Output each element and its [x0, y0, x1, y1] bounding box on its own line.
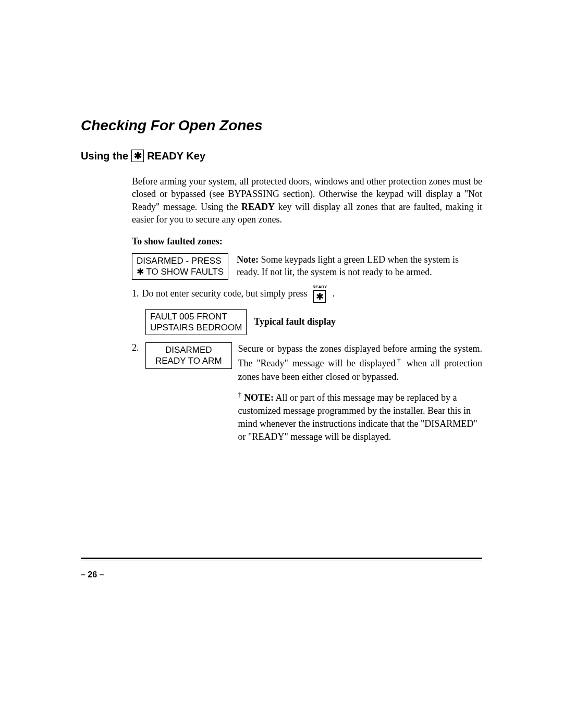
step-2: 2. DISARMED READY TO ARM Secure or bypas… [132, 342, 482, 450]
step1-num: 1. [132, 288, 139, 299]
dagger-icon: † [238, 391, 242, 399]
intro-paragraph: Before arming your system, all protected… [132, 175, 482, 226]
page-title: Checking For Open Zones [81, 117, 482, 134]
note2-body: All or part of this message may be repla… [238, 392, 478, 442]
footer-rule [81, 558, 482, 561]
step2-num: 2. [132, 342, 140, 353]
dagger-icon: † [396, 356, 402, 364]
keypad-display-ready: DISARMED READY TO ARM [145, 342, 232, 369]
subtitle-suffix: READY Key [147, 150, 205, 162]
keypad-display-fault: FAULT 005 FRONT UPSTAIRS BEDROOM [145, 309, 247, 336]
rule-thick [81, 558, 482, 559]
fault-display-row: FAULT 005 FRONT UPSTAIRS BEDROOM Typical… [145, 309, 482, 336]
key-label-ready: READY [312, 285, 327, 289]
step2-para1: Secure or bypass the zones displayed bef… [238, 342, 482, 384]
page-number: – 26 – [81, 570, 104, 579]
keypad-display-disarmed-press: DISARMED - PRESS ✱ TO SHOW FAULTS [132, 253, 228, 280]
display-line2: ✱ TO SHOW FAULTS [137, 266, 224, 277]
step2-right: Secure or bypass the zones displayed bef… [238, 342, 482, 450]
step1-text: Do not enter security code, but simply p… [142, 288, 308, 299]
step-1: 1. Do not enter security code, but simpl… [132, 285, 482, 303]
rule-thin [81, 561, 482, 561]
step2-note: † NOTE: All or part of this message may … [238, 390, 482, 444]
fault-line1: FAULT 005 FRONT [150, 311, 242, 322]
fault-caption: Typical fault display [254, 316, 336, 327]
fault-line2: UPSTAIRS BEDROOM [150, 322, 242, 333]
display-line1: DISARMED - PRESS [137, 255, 224, 266]
step2-left: 2. DISARMED READY TO ARM [132, 342, 232, 369]
section-subtitle: Using the ✱ READY Key [81, 150, 482, 162]
note-body: Some keypads light a green LED when the … [237, 254, 459, 277]
step1-period: . [332, 288, 335, 299]
subtitle-prefix: Using the [81, 150, 128, 162]
disarmed-line: DISARMED [155, 344, 222, 355]
note2-label: NOTE: [244, 392, 274, 403]
led-note: Note: Some keypads light a green LED whe… [237, 253, 482, 279]
note-label: Note: [237, 254, 259, 265]
star-key-icon: ✱ [131, 150, 144, 162]
ready-keyword: READY [241, 202, 275, 212]
ready-key: READY ✱ [312, 285, 327, 303]
subheading-faulted: To show faulted zones: [132, 236, 482, 247]
ready-arm-line: READY TO ARM [155, 355, 222, 366]
star-key-icon: ✱ [313, 290, 326, 303]
display-note-row: DISARMED - PRESS ✱ TO SHOW FAULTS Note: … [132, 253, 482, 280]
